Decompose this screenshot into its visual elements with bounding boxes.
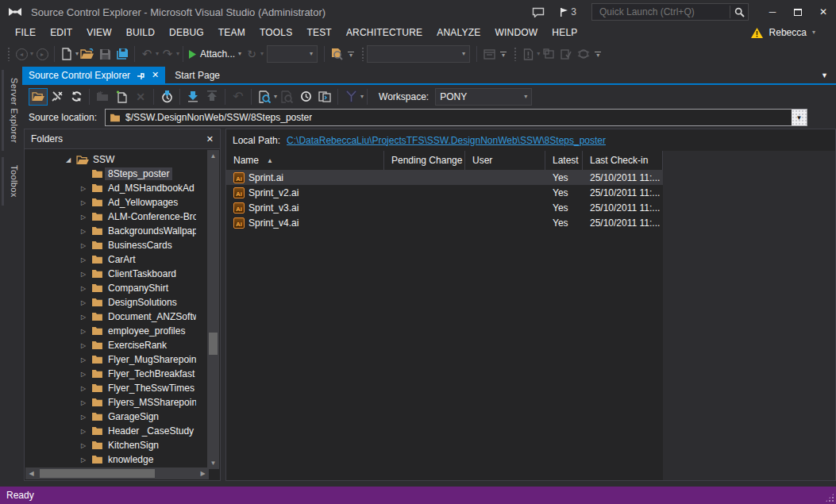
column-header-pending-change[interactable]: Pending Change [384,151,465,170]
feedback-icon[interactable] [532,7,545,17]
task-check-button[interactable] [557,44,575,63]
navigate-forward-button[interactable]: ▸ [33,44,51,63]
find-in-source-control-button[interactable] [255,88,274,106]
source-location-dropdown-button[interactable]: ▼ [792,110,807,125]
scroll-down-icon[interactable]: ▼ [207,457,219,469]
quick-launch-box[interactable] [591,3,749,21]
toolbar-grip[interactable] [7,47,10,61]
solution-explorer-button[interactable] [480,44,498,63]
show-folders-button[interactable] [29,88,48,106]
source-location-combobox[interactable]: $/SSW.DesignNonWeb/SSW/8Steps_poster ▼ [105,109,807,126]
tab-list-caret-icon[interactable]: ▼ [821,71,828,83]
tree-item-ad-mshandbookad[interactable]: ▷Ad_MSHandbookAd [25,181,196,195]
expander-icon[interactable]: ▷ [81,442,91,449]
restart-caret-icon[interactable]: ▾ [260,51,264,57]
tree-item-garagesign[interactable]: ▷GarageSign [25,410,196,424]
maximize-button[interactable] [785,2,811,22]
web-browser-button[interactable] [575,44,592,63]
tree-item-alm-conference-broch[interactable]: ▷ALM-Conference-Broch [25,210,196,224]
expander-icon[interactable]: ▷ [81,185,91,192]
tree-item-header-casestudy[interactable]: ▷Header _CaseStudy [25,424,196,438]
side-tab-server-explorer[interactable]: Server Explorer [2,70,19,151]
column-header-name[interactable]: Name▲ [226,151,384,170]
column-header-last-check-in[interactable]: Last Check-in [583,151,663,170]
branch-caret-icon[interactable]: ▾ [360,94,364,100]
menu-item-help[interactable]: HELP [545,24,584,41]
expander-icon[interactable]: ▷ [81,371,91,378]
disconnect-button[interactable] [48,88,67,106]
scroll-right-icon[interactable]: ▶ [197,467,209,479]
tab-source-control-explorer[interactable]: Source Control Explorer ✕ [22,67,165,83]
save-all-button[interactable] [114,44,131,63]
menu-item-architecture[interactable]: ARCHITECTURE [339,24,430,41]
scroll-up-icon[interactable]: ▲ [207,150,219,162]
new-file-button[interactable] [58,44,75,63]
menu-item-analyze[interactable]: ANALYZE [430,24,487,41]
redo-caret-icon[interactable]: ▾ [176,51,179,57]
menu-item-edit[interactable]: EDIT [43,24,79,41]
side-tab-toolbox[interactable]: Toolbox [2,157,19,206]
history-button[interactable] [296,88,315,106]
menu-item-tools[interactable]: TOOLS [252,24,299,41]
restart-button[interactable]: ↻ [243,44,260,63]
tab-start-page[interactable]: Start Page [165,67,229,83]
menu-item-file[interactable]: FILE [8,24,43,41]
expander-icon[interactable]: ▷ [81,385,91,392]
expander-icon[interactable]: ▷ [81,314,91,321]
file-row-sprint-v3-ai[interactable]: AiSprint_v3.aiYes25/10/2011 11:... [226,200,663,215]
scroll-left-icon[interactable]: ◀ [25,467,37,479]
workspace-combobox[interactable]: PONY ▾ [435,88,532,106]
resize-grip[interactable] [825,493,834,502]
quick-launch-input[interactable] [598,6,730,18]
expander-icon[interactable]: ▷ [81,214,91,221]
expander-icon[interactable]: ▷ [81,256,91,264]
notifications-flag-icon[interactable]: 3 [559,6,576,17]
tree-item-backgroundswallpapers[interactable]: ▷BackgroundsWallpapers [25,224,196,238]
tree-item-companyshirt[interactable]: ▷CompanyShirt [25,281,196,295]
minimize-button[interactable]: ─ [760,2,785,22]
scrollbar-thumb[interactable] [209,333,218,355]
new-folder-button[interactable] [112,88,131,106]
tree-item-flyer-techbreakfast[interactable]: ▷Flyer_TechBreakfast [25,367,196,381]
menu-item-view[interactable]: VIEW [79,24,118,41]
file-row-sprint-v2-ai[interactable]: AiSprint_v2.aiYes25/10/2011 11:... [226,185,663,200]
menu-item-test[interactable]: TEST [299,24,338,41]
tree-item-flyers-mssharepointan[interactable]: ▷Flyers_MSSharepointAn [25,395,196,410]
vertical-scrollbar[interactable]: ▲ ▼ [207,150,219,469]
tree-item-ad-yellowpages[interactable]: ▷Ad_Yellowpages [25,195,196,210]
local-path-link[interactable]: C:\DataRebeccaLiu\ProjectsTFS\SSW.Design… [287,135,606,146]
toolbar-overflow-button[interactable]: ▾ [345,52,356,57]
expander-icon[interactable]: ▷ [81,285,91,292]
column-header-latest[interactable]: Latest [545,151,583,170]
tree-item-knowledge[interactable]: ▷knowledge [25,452,196,467]
attach-caret-icon[interactable]: ▾ [238,51,241,57]
tree-item-exerciserank[interactable]: ▷ExerciseRank [25,338,196,352]
close-tab-icon[interactable]: ✕ [152,70,159,80]
menu-item-build[interactable]: BUILD [119,24,162,41]
save-button[interactable] [96,44,114,63]
toolbar-grip[interactable] [514,47,517,61]
get-specific-version-button[interactable] [157,88,176,106]
toolbar-overflow-button[interactable]: ▾ [592,52,603,57]
file-row-sprint-ai[interactable]: AiSprint.aiYes25/10/2011 11:... [226,170,663,185]
expander-icon[interactable]: ▷ [81,328,91,335]
get-latest-version-button[interactable] [183,88,202,106]
undo-button[interactable]: ↶ [138,44,156,63]
tree-item-ssw[interactable]: ◢SSW [25,152,196,167]
expander-icon[interactable]: ▷ [81,299,91,306]
tree-item-flyer-thesswtimes[interactable]: ▷Flyer_TheSswTimes [25,381,196,395]
menu-item-debug[interactable]: DEBUG [162,24,211,41]
pin-icon[interactable] [137,71,145,79]
menu-item-team[interactable]: TEAM [211,24,252,41]
expander-icon[interactable]: ▷ [81,414,91,421]
compare-button[interactable] [315,88,334,106]
tree-item-kitchensign[interactable]: ▷KitchenSign [25,438,196,452]
navigate-back-button[interactable]: ◂ [13,44,30,63]
refresh-button[interactable] [67,88,86,106]
tree-item-flyer-mugsharepointco[interactable]: ▷Flyer_MugSharepointCo [25,352,196,367]
properties-page-button[interactable] [519,44,537,63]
column-header-user[interactable]: User [465,151,545,170]
search-icon[interactable] [734,7,745,17]
file-row-sprint-v4-ai[interactable]: AiSprint_v4.aiYes25/10/2011 11:... [226,215,663,230]
user-menu-caret-icon[interactable]: ▾ [812,29,815,36]
